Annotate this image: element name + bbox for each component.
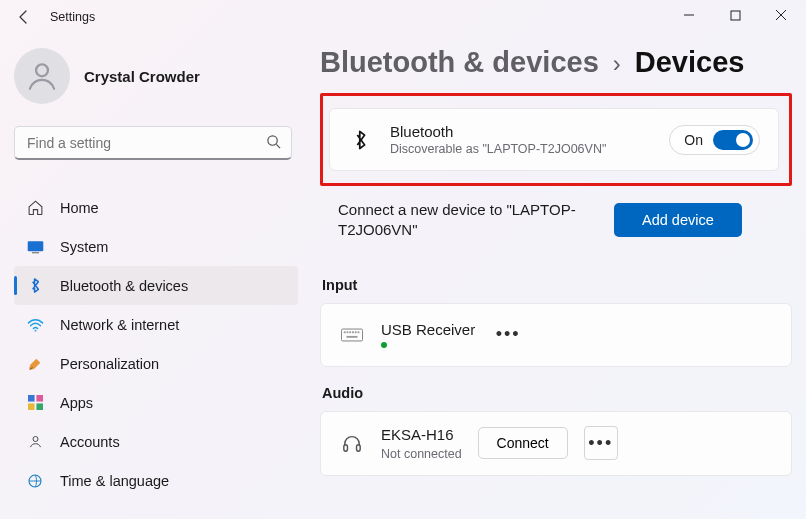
svg-point-2 [36,64,48,76]
maximize-button[interactable] [712,0,758,30]
device-more-button[interactable]: ••• [584,426,618,460]
svg-rect-16 [347,331,349,333]
section-header-audio: Audio [322,385,792,401]
svg-rect-10 [28,403,35,410]
svg-point-7 [34,329,36,331]
home-icon [26,199,44,216]
nav-item-bluetooth-devices[interactable]: Bluetooth & devices [14,266,298,305]
nav-label: Apps [60,395,93,411]
search-icon [266,134,281,152]
nav-list: Home System Bluetooth & devices Network … [14,188,298,500]
minimize-button[interactable] [666,0,712,30]
svg-rect-6 [31,251,38,252]
svg-rect-21 [347,335,358,337]
nav-item-system[interactable]: System [14,227,298,266]
wifi-icon [26,318,44,332]
svg-rect-23 [357,445,361,451]
window-controls [666,0,804,30]
nav-label: Personalization [60,356,159,372]
sidebar: Crystal Crowder Home System Bluetooth & … [0,34,310,519]
bluetooth-title: Bluetooth [390,123,653,140]
nav-item-apps[interactable]: Apps [14,383,298,422]
svg-rect-20 [358,331,360,333]
apps-icon [26,395,44,410]
device-name: EKSA-H16 [381,426,462,443]
svg-rect-9 [36,395,43,402]
accounts-icon [26,434,44,449]
svg-rect-22 [344,445,348,451]
annotation-highlight: Bluetooth Discoverable as "LAPTOP-T2JO06… [320,93,792,186]
close-button[interactable] [758,0,804,30]
bluetooth-icon [348,129,374,151]
system-icon [26,240,44,254]
chevron-right-icon: › [613,50,621,78]
nav-item-home[interactable]: Home [14,188,298,227]
nav-label: System [60,239,108,255]
bluetooth-toggle[interactable]: On [669,125,760,155]
nav-item-personalization[interactable]: Personalization [14,344,298,383]
paintbrush-icon [26,356,44,372]
device-card-input[interactable]: USB Receiver ••• [320,303,792,367]
main-content: Bluetooth & devices › Devices Bluetooth … [320,46,792,519]
back-button[interactable] [8,1,40,33]
svg-rect-17 [349,331,351,333]
device-more-button[interactable]: ••• [491,318,525,352]
app-title: Settings [50,10,95,24]
nav-label: Accounts [60,434,120,450]
search-box[interactable] [14,126,292,160]
search-input[interactable] [25,134,266,152]
user-name: Crystal Crowder [84,68,200,85]
toggle-switch-icon [713,130,753,150]
nav-label: Bluetooth & devices [60,278,188,294]
nav-item-network[interactable]: Network & internet [14,305,298,344]
svg-point-3 [268,135,277,144]
toggle-state-label: On [684,132,703,148]
breadcrumb-parent[interactable]: Bluetooth & devices [320,46,599,79]
bluetooth-icon [26,277,44,294]
user-block[interactable]: Crystal Crowder [14,34,310,126]
device-name: USB Receiver [381,321,475,338]
bluetooth-card: Bluetooth Discoverable as "LAPTOP-T2JO06… [329,108,779,171]
svg-rect-8 [28,395,35,402]
nav-label: Network & internet [60,317,179,333]
svg-rect-14 [341,329,362,341]
globe-clock-icon [26,473,44,489]
svg-rect-18 [352,331,354,333]
breadcrumb: Bluetooth & devices › Devices [320,46,792,79]
svg-rect-5 [27,241,43,251]
svg-rect-11 [36,403,43,410]
page-title: Devices [635,46,745,79]
svg-line-4 [276,144,280,148]
headphones-icon [339,433,365,453]
device-status: Not connected [381,447,462,461]
connect-text: Connect a new device to "LAPTOP-T2JO06VN… [338,200,598,241]
svg-point-12 [33,437,38,442]
keyboard-icon [339,328,365,342]
section-header-input: Input [322,277,792,293]
device-card-audio[interactable]: EKSA-H16 Not connected Connect ••• [320,411,792,476]
nav-label: Time & language [60,473,169,489]
add-device-button[interactable]: Add device [614,203,742,237]
nav-item-time-language[interactable]: Time & language [14,461,298,500]
status-dot-icon [381,342,387,348]
nav-item-accounts[interactable]: Accounts [14,422,298,461]
connect-row: Connect a new device to "LAPTOP-T2JO06VN… [320,196,792,259]
connect-button[interactable]: Connect [478,427,568,459]
svg-rect-15 [344,331,346,333]
nav-label: Home [60,200,99,216]
svg-rect-1 [731,11,740,20]
svg-rect-19 [355,331,357,333]
avatar [14,48,70,104]
bluetooth-subtitle: Discoverable as "LAPTOP-T2JO06VN" [390,142,653,156]
